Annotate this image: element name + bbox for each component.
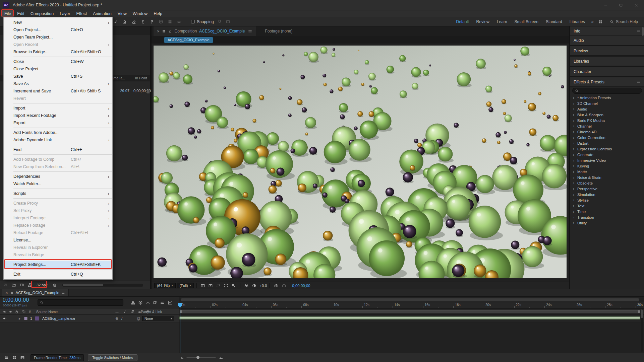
layer-duration-bar[interactable] <box>179 316 640 319</box>
menu-effect[interactable]: Effect <box>73 10 90 17</box>
maximize-button[interactable] <box>613 0 629 10</box>
layer-row[interactable]: ▸ 1 ACEScg_...mple.exr ⊕ / @ None▾ <box>0 315 179 322</box>
current-timecode[interactable]: 0;00;00;00 <box>3 297 29 303</box>
category-blur-sharpen[interactable]: ›Blur & Sharpen <box>570 112 644 118</box>
exposure-value[interactable]: +0.0 <box>260 284 267 288</box>
category-boris-fx-mocha[interactable]: ›Boris FX Mocha <box>570 118 644 123</box>
work-area-end-handle[interactable] <box>638 310 640 313</box>
video-column-icon[interactable] <box>3 310 7 314</box>
category-3d-channel[interactable]: ›3D Channel <box>570 100 644 106</box>
clone-stamp-tool[interactable] <box>120 18 129 25</box>
layer-name[interactable]: ACEScg_...mple.exr <box>42 316 75 320</box>
file-menu-item-scripts[interactable]: Scripts› <box>4 190 112 197</box>
layer-visibility-icon[interactable] <box>3 316 7 320</box>
draft-3d-button[interactable] <box>137 299 144 306</box>
category-perspective[interactable]: ›Perspective <box>570 186 644 192</box>
category-color-correction[interactable]: ›Color Correction <box>570 135 644 140</box>
motion-blur-button[interactable] <box>159 299 166 306</box>
file-menu-item-adobe-dynamic-link[interactable]: Adobe Dynamic Link› <box>4 136 112 144</box>
right-panel-scrollbar[interactable] <box>642 27 644 36</box>
panel-tab-effects-presets[interactable]: Effects & Presets <box>570 77 644 87</box>
parent-pickwhip-icon[interactable]: @ <box>137 317 140 320</box>
workspace-learn[interactable]: Learn <box>493 19 511 24</box>
file-menu-item-exit[interactable]: ExitCtrl+Q <box>4 271 112 278</box>
timeline-search-input[interactable] <box>38 299 123 306</box>
composition-mini-flowchart-button[interactable] <box>129 299 136 306</box>
workspace-default[interactable]: Default <box>453 19 473 24</box>
zoom-slider-thumb[interactable] <box>196 356 199 359</box>
timeline-zoom-control[interactable] <box>180 353 224 362</box>
title-action-safe-button[interactable] <box>207 282 214 289</box>
panel-menu-icon[interactable] <box>61 291 65 295</box>
file-menu-item-open-team-project[interactable]: Open Team Project... <box>4 33 112 41</box>
file-menu-item-watch-folder[interactable]: Watch Folder... <box>4 180 112 188</box>
color-depth-button[interactable]: 32 bpc <box>34 282 50 288</box>
menu-edit[interactable]: Edit <box>14 10 27 17</box>
frame-blending-button[interactable] <box>152 299 159 306</box>
layer-expander-icon[interactable]: ▸ <box>19 316 21 321</box>
category-time[interactable]: ›Time <box>570 209 644 214</box>
menu-window[interactable]: Window <box>130 10 151 17</box>
graph-editor-button[interactable] <box>166 299 173 306</box>
take-snapshot-button[interactable] <box>273 282 280 289</box>
in-point-column[interactable]: In Point <box>133 76 150 80</box>
zoom-slider[interactable] <box>186 357 216 358</box>
menu-animation[interactable]: Animation <box>90 10 115 17</box>
menu-view[interactable]: View <box>115 10 130 17</box>
file-menu-item-browse-in-bridge[interactable]: Browse in Bridge...Ctrl+Alt+Shift+O <box>4 48 112 56</box>
toggle-inout-panes-button[interactable] <box>19 355 26 361</box>
footage-tab[interactable]: Footage (none) <box>265 29 292 33</box>
category-text[interactable]: ›Text <box>570 203 644 209</box>
file-menu-item-find[interactable]: FindCtrl+F <box>4 146 112 153</box>
viewport-timecode[interactable]: 0;00;00;00 <box>292 284 310 288</box>
work-area-start-handle[interactable] <box>180 310 182 313</box>
file-menu-item-project-settings[interactable]: Project Settings...Ctrl+Alt+Shift+K <box>4 261 112 268</box>
quality-column-icon[interactable] <box>121 309 128 315</box>
workspace-review[interactable]: Review <box>473 19 493 24</box>
panel-tab-info[interactable]: Info <box>570 26 644 36</box>
category-matte[interactable]: ›Matte <box>570 169 644 174</box>
shy-column-icon[interactable] <box>113 309 120 315</box>
workspace-grid-icon[interactable] <box>596 19 604 24</box>
panel-menu-icon[interactable] <box>248 29 252 33</box>
menu-file[interactable]: File <box>1 10 14 17</box>
time-ruler[interactable]: 0s02s04s06s08s10s12s14s16s18s20s22s24s26… <box>179 302 644 309</box>
zoom-in-icon[interactable] <box>219 355 224 360</box>
parent-dropdown[interactable]: None▾ <box>142 316 174 321</box>
zoom-out-icon[interactable] <box>180 356 184 359</box>
active-comp-pill[interactable]: ACEScg_OCIO_Example <box>164 37 213 43</box>
color-management-button[interactable] <box>243 282 250 289</box>
scrollbar-thumb[interactable] <box>63 284 103 286</box>
category-obsolete[interactable]: ›Obsolete <box>570 180 644 186</box>
file-menu-item-add-fonts-from-adobe[interactable]: Add Fonts from Adobe... <box>4 129 112 136</box>
category-channel[interactable]: ›Channel <box>570 123 644 129</box>
panel-menu-icon[interactable] <box>636 29 641 33</box>
file-menu-item-license[interactable]: License... <box>4 236 112 244</box>
hide-shy-layers-button[interactable] <box>144 299 151 306</box>
category-cinema-4d[interactable]: ›Cinema 4D <box>570 129 644 135</box>
file-menu-item-new[interactable]: New› <box>4 19 112 26</box>
effects-search-input[interactable] <box>572 88 642 94</box>
toggle-transfer-controls-button[interactable] <box>11 355 18 361</box>
help-search[interactable]: Search Help <box>610 19 638 24</box>
quality-switch-icon[interactable]: / <box>121 316 122 320</box>
file-menu-item-export[interactable]: Export› <box>4 119 112 127</box>
snapping-checkbox[interactable] <box>191 20 195 23</box>
category-transition[interactable]: ›Transition <box>570 214 644 220</box>
snapping-control[interactable]: Snapping <box>191 19 214 24</box>
close-tab-icon[interactable]: × <box>5 290 8 295</box>
category-noise-grain[interactable]: ›Noise & Grain <box>570 174 644 180</box>
file-menu-item-save-as[interactable]: Save As› <box>4 80 112 87</box>
file-menu-item-close-project[interactable]: Close Project <box>4 65 112 73</box>
category-simulation[interactable]: ›Simulation <box>570 192 644 197</box>
project-flowchart-button[interactable] <box>26 282 33 288</box>
category-animation-presets[interactable]: ›* Animation Presets <box>570 95 644 100</box>
file-menu-item-open-project[interactable]: Open Project...Ctrl+O <box>4 26 112 33</box>
panel-tab-preview[interactable]: Preview <box>570 46 644 56</box>
category-distort[interactable]: ›Distort <box>570 140 644 146</box>
panel-tab-character[interactable]: Character <box>570 67 644 76</box>
layer-label-chip[interactable] <box>24 317 27 320</box>
workspace-small-screen[interactable]: Small Screen <box>511 19 542 24</box>
file-menu-item-dependencies[interactable]: Dependencies› <box>4 173 112 180</box>
mask-visibility-button[interactable] <box>215 282 222 289</box>
